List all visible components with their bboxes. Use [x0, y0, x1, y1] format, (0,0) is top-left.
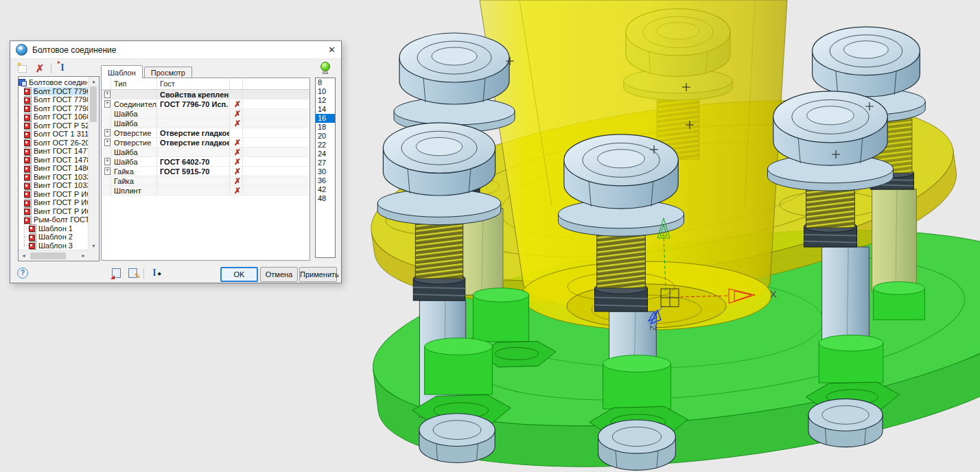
expand-icon[interactable]: +	[104, 100, 110, 108]
scroll-right-icon[interactable]: ►	[78, 251, 89, 260]
table-row[interactable]: +ОтверстиеОтверстие гладкое ...	[102, 128, 310, 138]
template-export-icon[interactable]	[110, 267, 123, 279]
tab-preview[interactable]: Просмотр	[144, 67, 192, 78]
size-option[interactable]: 16	[316, 114, 335, 123]
size-option[interactable]: 48	[316, 194, 335, 203]
scrollbar-thumb[interactable]	[90, 86, 97, 122]
scrollbar-thumb[interactable]	[30, 252, 66, 259]
size-option[interactable]: 24	[316, 150, 335, 158]
cell-type[interactable]: Соединитель	[111, 99, 157, 109]
cell-type[interactable]: Шайба	[111, 109, 157, 119]
dialog-titlebar[interactable]: Болтовое соединение ✕	[10, 41, 341, 59]
scroll-left-icon[interactable]: ◄	[19, 251, 29, 260]
expand-icon[interactable]: +	[104, 139, 110, 146]
table-row[interactable]: +ШайбаГОСТ 6402-70✗	[102, 157, 310, 167]
tree-item[interactable]: Винт ГОСТ 1486-8	[19, 164, 89, 173]
table-row[interactable]: Шайба✗	[102, 109, 310, 119]
cell-gost[interactable]: Отверстие гладкое ...	[157, 138, 230, 148]
apply-button[interactable]: Применить	[299, 267, 337, 282]
scroll-up-icon[interactable]: ▲	[89, 77, 99, 86]
tree-item[interactable]: Шаблон 3	[19, 241, 89, 250]
table-row[interactable]: +ОтверстиеОтверстие гладкое ...✗	[102, 138, 310, 148]
tree-horizontal-scrollbar[interactable]: ◄ ►	[19, 250, 89, 261]
tree-item[interactable]: Винт ГОСТ 10338	[19, 173, 89, 182]
rename-template-icon[interactable]: I✶	[56, 62, 69, 74]
table-row[interactable]: Шплинт✗	[102, 186, 310, 196]
tree-item[interactable]: Болт ОСТ 26-203	[19, 139, 89, 148]
tree-item[interactable]: Болт ГОСТ 7796-7	[19, 87, 89, 96]
lightbulb-icon[interactable]	[320, 62, 329, 73]
table-row[interactable]: +ГайкаГОСТ 5915-70✗	[102, 167, 310, 176]
size-option[interactable]: 12	[316, 96, 335, 105]
cell-type[interactable]: Шайба	[111, 157, 157, 167]
cancel-button[interactable]: Отмена	[260, 267, 298, 282]
size-option[interactable]: 18	[316, 123, 335, 132]
cell-gost[interactable]: ГОСТ 5915-70	[157, 167, 230, 176]
column-header-gost[interactable]: Гост	[157, 78, 230, 89]
close-icon[interactable]: ✕	[316, 45, 336, 55]
size-option[interactable]: 22	[316, 141, 335, 150]
cell-gost[interactable]	[157, 109, 230, 119]
expand-icon[interactable]: +	[104, 158, 110, 165]
delete-row-icon[interactable]: ✗	[234, 139, 241, 147]
cell-gost[interactable]	[157, 176, 230, 186]
size-option[interactable]: 27	[316, 158, 335, 167]
tree-item[interactable]: Болт ГОСТ Р 526	[19, 121, 89, 130]
cell-gost[interactable]	[157, 148, 230, 157]
size-option[interactable]: 14	[316, 105, 335, 114]
size-option[interactable]: 20	[316, 132, 335, 141]
table-row[interactable]: Гайка✗	[102, 176, 310, 186]
table-row[interactable]: +Свойства крепления	[102, 90, 310, 99]
cell-type[interactable]: Гайка	[111, 167, 157, 176]
expand-icon[interactable]: +	[104, 129, 110, 137]
expand-icon[interactable]: +	[104, 167, 110, 175]
cell-gost[interactable]: ГОСТ 6402-70	[157, 157, 230, 167]
table-row[interactable]: Шайба✗	[102, 148, 310, 157]
tree-item[interactable]: Болт ГОСТ 7798-7	[19, 104, 89, 113]
cell-type[interactable]: Шплинт	[111, 186, 157, 196]
tab-template[interactable]: Шаблон	[101, 65, 143, 78]
tree-item[interactable]: Болт ОСТ 1 3110	[19, 130, 89, 139]
expand-icon[interactable]: +	[104, 91, 110, 98]
cell-type[interactable]	[111, 90, 157, 99]
cell-gost[interactable]: Отверстие гладкое ...	[157, 128, 230, 138]
cell-gost[interactable]	[157, 186, 230, 196]
tree-item[interactable]: Шаблон 1	[19, 224, 89, 233]
table-row[interactable]: +СоединительГОСТ 7796-70 Исп. 1...✗	[102, 99, 310, 109]
tree-vertical-scrollbar[interactable]: ▲ ▼	[88, 77, 99, 250]
size-option[interactable]: 30	[316, 167, 335, 176]
insert-point-icon[interactable]: I◆	[148, 267, 161, 279]
delete-row-icon[interactable]: ✗	[234, 158, 241, 166]
size-option[interactable]: 42	[316, 185, 335, 194]
tree-item[interactable]: Рым-болт ГОСТ 4	[19, 215, 89, 224]
tree-item[interactable]: Болт ГОСТ 7798-7	[19, 95, 89, 104]
cell-type[interactable]: Шайба	[111, 148, 157, 157]
tree-root-item[interactable]: Болтовое соединение	[19, 78, 89, 87]
tree-item[interactable]: Винт ГОСТ 1478-9	[19, 156, 89, 165]
new-template-icon[interactable]: ✶	[16, 62, 29, 74]
cell-gost[interactable]: ГОСТ 7796-70 Исп. 1...	[157, 99, 230, 109]
cell-gost[interactable]	[157, 119, 230, 128]
size-option[interactable]: 8	[316, 78, 335, 87]
cell-type[interactable]: Шайба	[111, 119, 157, 128]
size-option[interactable]: 36	[316, 176, 335, 185]
column-header-type[interactable]: Тип	[111, 78, 157, 89]
table-row[interactable]: Шайба✗	[102, 119, 310, 128]
tree-item[interactable]: Винт ГОСТ 1477-9	[19, 147, 89, 156]
size-option[interactable]: 10	[316, 87, 335, 96]
tree-item[interactable]: Винт ГОСТ Р ИСО	[19, 198, 89, 207]
ok-button[interactable]: OK	[220, 267, 258, 282]
tree-item[interactable]: Винт ГОСТ Р ИСО	[19, 190, 89, 199]
delete-template-icon[interactable]: ✗	[34, 62, 46, 74]
cell-type[interactable]: Отверстие	[111, 138, 157, 148]
cell-type[interactable]: Гайка	[111, 176, 157, 186]
delete-row-icon[interactable]: ✗	[234, 148, 241, 156]
cell-type[interactable]: Отверстие	[111, 128, 157, 138]
cell-gost[interactable]: Свойства крепления	[157, 90, 230, 99]
help-icon[interactable]: ?	[17, 268, 28, 279]
tree-item[interactable]: Винт ГОСТ 10339	[19, 181, 89, 190]
tree-item[interactable]: Винт ГОСТ Р ИСО	[19, 207, 89, 216]
delete-row-icon[interactable]: ✗	[234, 167, 241, 176]
delete-row-icon[interactable]: ✗	[234, 110, 241, 118]
delete-row-icon[interactable]: ✗	[234, 177, 241, 185]
